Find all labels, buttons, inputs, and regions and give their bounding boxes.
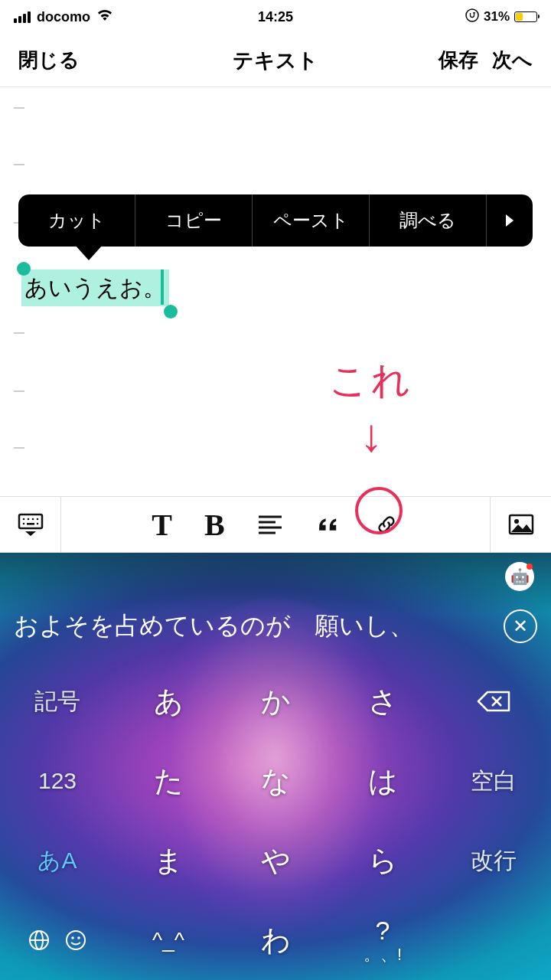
key-return[interactable]: 改行 bbox=[436, 821, 551, 900]
svg-point-20 bbox=[67, 931, 85, 949]
selection-caret[interactable] bbox=[161, 270, 164, 305]
text-style-button[interactable]: T bbox=[152, 507, 172, 543]
svg-point-21 bbox=[71, 936, 74, 939]
selected-text[interactable]: あいうえお。 bbox=[21, 270, 169, 306]
key-ha[interactable]: は bbox=[329, 741, 436, 821]
svg-point-14 bbox=[514, 519, 519, 524]
svg-point-8 bbox=[36, 523, 38, 525]
ruler-mark bbox=[14, 164, 24, 165]
key-numbers[interactable]: 123 bbox=[0, 741, 115, 821]
cellular-signal-icon bbox=[14, 11, 31, 23]
svg-point-4 bbox=[31, 518, 34, 521]
battery-icon bbox=[514, 11, 537, 22]
next-button[interactable]: 次へ bbox=[492, 47, 533, 74]
key-punct-bottom: 。、! bbox=[364, 946, 402, 964]
svg-point-6 bbox=[22, 523, 24, 525]
hide-keyboard-button[interactable] bbox=[0, 497, 61, 552]
clock: 14:25 bbox=[258, 9, 293, 25]
menu-lookup[interactable]: 調べる bbox=[370, 194, 487, 247]
selection-handle-end[interactable] bbox=[164, 305, 178, 318]
suggestion-bar: およそを占めているのが 願いし、 ✕ bbox=[0, 597, 551, 655]
ruler-mark bbox=[14, 390, 24, 392]
key-globe[interactable] bbox=[0, 900, 115, 980]
key-backspace[interactable] bbox=[436, 662, 551, 741]
key-ra[interactable]: ら bbox=[329, 821, 436, 900]
format-toolbar: T B bbox=[0, 496, 551, 553]
save-button[interactable]: 保存 bbox=[439, 47, 478, 74]
key-na[interactable]: な bbox=[222, 741, 329, 821]
menu-paste[interactable]: ペースト bbox=[253, 194, 370, 247]
key-input-mode[interactable]: あA bbox=[0, 821, 115, 900]
keyboard-assistant-button[interactable]: 🤖 bbox=[505, 562, 534, 591]
suggestion-1[interactable]: およそを占めているのが bbox=[14, 609, 301, 643]
key-space[interactable]: 空白 bbox=[436, 741, 551, 821]
menu-copy[interactable]: コピー bbox=[135, 194, 253, 247]
menu-cut[interactable]: カット bbox=[18, 194, 135, 247]
key-ta[interactable]: た bbox=[115, 741, 222, 821]
status-bar: docomo 14:25 31% bbox=[0, 0, 551, 34]
annotation-label: これ bbox=[329, 355, 413, 407]
menu-more-arrow-icon[interactable] bbox=[487, 213, 533, 228]
text-context-menu: カット コピー ペースト 調べる bbox=[18, 194, 533, 247]
key-ka[interactable]: か bbox=[222, 662, 329, 741]
editor-area[interactable]: カット コピー ペースト 調べる あいうえお。 これ ↓ bbox=[0, 87, 551, 496]
key-a[interactable]: あ bbox=[115, 662, 222, 741]
suggestion-2[interactable]: 願いし、 bbox=[301, 609, 494, 643]
svg-point-3 bbox=[27, 518, 29, 521]
key-punct-top: ? bbox=[376, 916, 390, 945]
key-symbols[interactable]: 記号 bbox=[0, 662, 115, 741]
battery-percent: 31% bbox=[484, 9, 510, 24]
key-wa[interactable]: わ bbox=[222, 900, 329, 980]
close-button[interactable]: 閉じる bbox=[18, 47, 80, 74]
annotation-circle-icon bbox=[355, 487, 403, 534]
svg-rect-1 bbox=[19, 514, 42, 528]
carrier-label: docomo bbox=[37, 9, 90, 25]
key-ma[interactable]: ま bbox=[115, 821, 222, 900]
ruler-mark bbox=[14, 447, 24, 449]
svg-point-22 bbox=[77, 936, 80, 939]
svg-rect-7 bbox=[27, 523, 34, 525]
bold-button[interactable]: B bbox=[204, 507, 225, 543]
ruler-mark bbox=[14, 332, 24, 334]
key-sa[interactable]: さ bbox=[329, 662, 436, 741]
orientation-lock-icon bbox=[465, 8, 479, 26]
svg-point-0 bbox=[466, 9, 478, 21]
wifi-icon bbox=[96, 8, 113, 26]
key-ya[interactable]: や bbox=[222, 821, 329, 900]
menu-pointer-icon bbox=[75, 245, 103, 260]
emoji-icon bbox=[64, 929, 87, 952]
page-title: テキスト bbox=[233, 47, 318, 74]
key-punctuation[interactable]: ? 。、! bbox=[329, 900, 436, 980]
svg-point-5 bbox=[36, 518, 38, 521]
annotation-arrow-icon: ↓ bbox=[360, 409, 383, 462]
globe-icon bbox=[28, 929, 51, 952]
align-button[interactable] bbox=[257, 513, 283, 536]
key-kaomoji[interactable]: ^_^ bbox=[115, 900, 222, 980]
ruler-mark bbox=[14, 107, 24, 109]
key-blank[interactable] bbox=[436, 900, 551, 980]
software-keyboard: 🤖 およそを占めているのが 願いし、 ✕ 記号 あ か さ 123 た な は … bbox=[0, 553, 551, 980]
selection-handle-start[interactable] bbox=[17, 262, 31, 276]
suggestion-close-button[interactable]: ✕ bbox=[504, 609, 537, 643]
quote-button[interactable] bbox=[315, 513, 341, 536]
nav-bar: 閉じる テキスト 保存 次へ bbox=[0, 34, 551, 87]
insert-image-button[interactable] bbox=[490, 497, 551, 552]
svg-point-2 bbox=[22, 518, 24, 521]
